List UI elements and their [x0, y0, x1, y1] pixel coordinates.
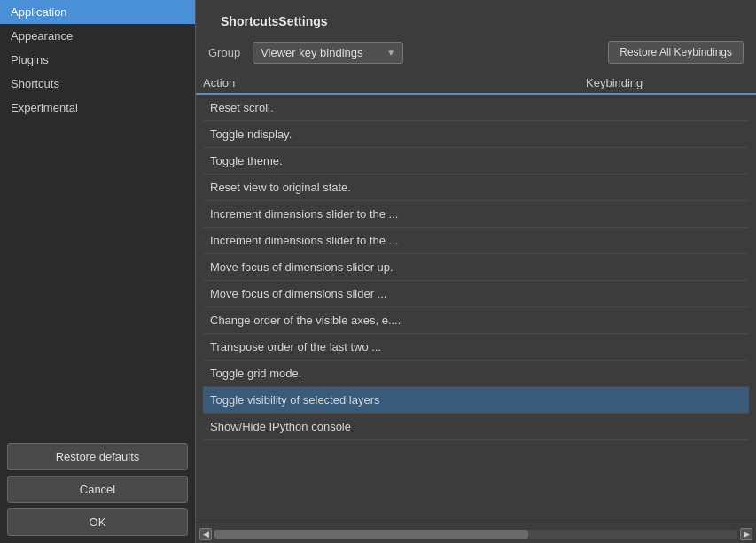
- row-keybinding: [572, 234, 749, 247]
- group-select-value: Viewer key bindings: [261, 46, 381, 59]
- table-header: Action Keybinding: [196, 71, 756, 95]
- row-action: Increment dimensions slider to the ...: [203, 207, 572, 221]
- row-keybinding: [572, 420, 749, 433]
- row-action: Reset scroll.: [203, 101, 572, 114]
- table-row[interactable]: Increment dimensions slider to the ...: [203, 201, 749, 228]
- row-action: Toggle grid mode.: [203, 367, 572, 380]
- row-action: Show/Hide IPython console: [203, 420, 572, 433]
- table-row[interactable]: Toggle grid mode.: [203, 361, 749, 387]
- scroll-right-button[interactable]: ▶: [740, 528, 752, 540]
- table-row[interactable]: Toggle theme.: [203, 148, 749, 175]
- col-keybinding-header: Keybinding: [579, 76, 756, 89]
- row-keybinding: [572, 393, 749, 407]
- row-keybinding: [572, 181, 749, 194]
- row-keybinding: [572, 154, 749, 167]
- group-select-dropdown[interactable]: Viewer key bindings ▼: [253, 42, 403, 64]
- scroll-left-icon: ◀: [203, 530, 209, 539]
- col-action-header: Action: [196, 76, 579, 89]
- table-row[interactable]: Increment dimensions slider to the ...: [203, 228, 749, 254]
- row-keybinding: [572, 314, 749, 327]
- restore-defaults-button[interactable]: Restore defaults: [7, 443, 188, 470]
- controls-row: Group Viewer key bindings ▼ Restore All …: [196, 37, 756, 71]
- row-keybinding: [572, 367, 749, 380]
- sidebar-item-appearance[interactable]: Appearance: [0, 24, 195, 48]
- table-container: Reset scroll.Toggle ndisplay.Toggle them…: [203, 95, 749, 524]
- chevron-down-icon: ▼: [386, 48, 395, 58]
- row-action: Reset view to original state.: [203, 181, 572, 194]
- table-row[interactable]: Reset scroll.: [203, 95, 749, 121]
- scroll-left-button[interactable]: ◀: [199, 528, 212, 540]
- table-row[interactable]: Toggle ndisplay.: [203, 121, 749, 148]
- cancel-button[interactable]: Cancel: [7, 476, 188, 503]
- table-row[interactable]: Toggle visibility of selected layers: [203, 387, 749, 414]
- scroll-thumb[interactable]: [214, 530, 528, 539]
- row-action: Toggle ndisplay.: [203, 128, 572, 141]
- sidebar-bottom: Restore defaultsCancelOK: [0, 436, 195, 543]
- sidebar-item-experimental[interactable]: Experimental: [0, 96, 195, 120]
- table-row[interactable]: Reset view to original state.: [203, 175, 749, 201]
- table-row[interactable]: Transpose order of the last two ...: [203, 334, 749, 361]
- row-keybinding: [572, 207, 749, 221]
- group-label: Group: [208, 46, 240, 59]
- sidebar-item-plugins[interactable]: Plugins: [0, 48, 195, 72]
- horizontal-scrollbar[interactable]: ◀ ▶: [196, 524, 756, 543]
- table-row[interactable]: Show/Hide IPython console: [203, 414, 749, 440]
- settings-title: ShortcutsSettings: [208, 7, 340, 35]
- row-keybinding: [572, 340, 749, 353]
- sidebar: ApplicationAppearancePluginsShortcutsExp…: [0, 0, 195, 543]
- row-action: Increment dimensions slider to the ...: [203, 234, 572, 247]
- ok-button[interactable]: OK: [7, 508, 188, 536]
- row-action: Move focus of dimensions slider ...: [203, 287, 572, 300]
- table-row[interactable]: Move focus of dimensions slider up.: [203, 254, 749, 281]
- row-keybinding: [572, 260, 749, 274]
- row-keybinding: [572, 128, 749, 141]
- row-action: Change order of the visible axes, e....: [203, 314, 572, 327]
- row-action: Toggle theme.: [203, 154, 572, 167]
- sidebar-item-shortcuts[interactable]: Shortcuts: [0, 72, 195, 96]
- table-row[interactable]: Move focus of dimensions slider ...: [203, 281, 749, 307]
- main-content: ShortcutsSettings Group Viewer key bindi…: [196, 0, 756, 543]
- row-keybinding: [572, 287, 749, 300]
- row-action: Move focus of dimensions slider up.: [203, 260, 572, 274]
- sidebar-item-application[interactable]: Application: [0, 0, 195, 24]
- scroll-right-icon: ▶: [744, 530, 750, 539]
- scroll-track: [214, 530, 737, 539]
- table-row[interactable]: Change order of the visible axes, e....: [203, 307, 749, 334]
- restore-all-keybindings-button[interactable]: Restore All Keybindings: [608, 41, 744, 64]
- row-keybinding: [572, 101, 749, 114]
- row-action: Toggle visibility of selected layers: [203, 393, 572, 407]
- row-action: Transpose order of the last two ...: [203, 340, 572, 353]
